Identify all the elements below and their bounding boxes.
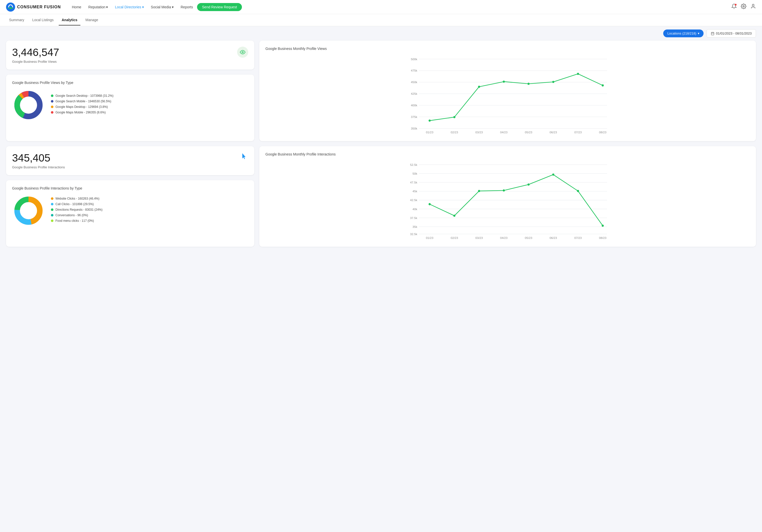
monthly-interactions-chart-title: Google Business Monthly Profile Interact…	[266, 152, 750, 156]
nav-reputation[interactable]: Reputation ▾	[85, 3, 111, 11]
legend-item-search-desktop: Google Search Desktop - 1073968 (31.2%)	[51, 94, 114, 98]
svg-point-79	[453, 215, 456, 217]
svg-point-82	[528, 184, 530, 186]
svg-point-38	[429, 119, 431, 122]
svg-text:32.5k: 32.5k	[410, 232, 418, 236]
views-by-type-title: Google Business Profile Views by Type	[12, 81, 248, 85]
svg-point-45	[602, 84, 604, 87]
nav-links: Home Reputation ▾ Local Directories ▾ So…	[69, 3, 731, 11]
profile-views-stat-card: 3,446,547 Google Business Profile Views	[6, 40, 254, 70]
views-by-type-card: Google Business Profile Views by Type	[6, 75, 254, 141]
svg-point-3	[743, 6, 744, 7]
interactions-by-type-chart: Website Clicks - 160263 (46.4%) Call Cli…	[12, 194, 248, 227]
svg-point-85	[602, 225, 604, 227]
subnav-manage[interactable]: Manage	[82, 15, 101, 26]
profile-views-label: Google Business Profile Views	[12, 60, 59, 63]
svg-text:500k: 500k	[411, 57, 418, 61]
svg-point-15	[21, 97, 37, 113]
subnav-analytics[interactable]: Analytics	[59, 15, 80, 26]
subnav-summary[interactable]: Summary	[6, 15, 27, 26]
nav-reports[interactable]: Reports	[178, 3, 196, 11]
monthly-views-chart-card: Google Business Monthly Profile Views 50…	[259, 40, 756, 141]
svg-point-42	[528, 83, 530, 85]
legend-item-conversations: Conversations - 96 (0%)	[51, 213, 103, 217]
nav-home[interactable]: Home	[69, 3, 84, 11]
calendar-icon	[711, 32, 714, 35]
profile-views-value: 3,446,547	[12, 46, 59, 58]
svg-text:07/23: 07/23	[574, 236, 581, 239]
svg-point-9	[242, 51, 244, 53]
svg-text:50k: 50k	[413, 172, 417, 175]
svg-point-39	[453, 116, 456, 118]
interactions-by-type-card: Google Business Profile Interactions by …	[6, 180, 254, 247]
monthly-interactions-svg: 52.5k 50k 47.5k 45k 42.5k 40k 37.5k 35k …	[266, 159, 750, 240]
main-content: 3,446,547 Google Business Profile Views …	[0, 40, 762, 258]
profile-interactions-value: 345,405	[12, 152, 65, 164]
svg-point-44	[577, 73, 579, 75]
cursor-icon	[241, 153, 248, 162]
svg-text:45k: 45k	[413, 190, 417, 193]
svg-text:08/23: 08/23	[599, 236, 607, 239]
svg-point-83	[552, 174, 555, 176]
svg-text:06/23: 06/23	[550, 236, 557, 239]
svg-point-40	[478, 86, 480, 88]
svg-text:04/23: 04/23	[500, 236, 507, 239]
settings-icon[interactable]	[741, 4, 746, 10]
svg-text:40k: 40k	[413, 207, 417, 211]
logo[interactable]: CONSUMER FUSION	[6, 3, 61, 12]
legend-item-search-mobile: Google Search Mobile - 1946530 (56.5%)	[51, 100, 114, 103]
date-range-filter-button[interactable]: 01/01/2023 - 08/31/2023	[707, 29, 756, 38]
svg-text:35k: 35k	[413, 225, 417, 228]
monthly-interactions-chart-card: Google Business Monthly Profile Interact…	[259, 146, 756, 247]
nav-icon-group	[731, 4, 756, 10]
svg-text:47.5k: 47.5k	[410, 181, 418, 184]
svg-point-4	[752, 4, 754, 6]
svg-text:04/23: 04/23	[500, 130, 507, 134]
user-profile-icon[interactable]	[750, 4, 756, 10]
views-by-type-chart: Google Search Desktop - 1073968 (31.2%) …	[12, 89, 248, 121]
svg-text:475k: 475k	[411, 69, 418, 72]
views-by-type-legend: Google Search Desktop - 1073968 (31.2%) …	[51, 94, 114, 116]
main-navbar: CONSUMER FUSION Home Reputation ▾ Local …	[0, 0, 762, 14]
legend-item-food-menu: Food menu clicks - 117 (0%)	[51, 219, 103, 223]
svg-text:06/23: 06/23	[550, 130, 557, 134]
svg-rect-5	[711, 32, 714, 35]
filter-bar: Locations (218/218) ▾ 01/01/2023 - 08/31…	[0, 26, 762, 40]
legend-item-maps-mobile: Google Maps Mobile - 296355 (8.6%)	[51, 111, 114, 114]
profile-interactions-stat-card: 345,405 Google Business Profile Interact…	[6, 146, 254, 175]
svg-text:05/23: 05/23	[525, 236, 532, 239]
eye-icon	[237, 46, 248, 58]
svg-text:350k: 350k	[411, 127, 418, 130]
svg-point-84	[577, 190, 579, 192]
row-1: 3,446,547 Google Business Profile Views …	[6, 40, 756, 141]
interactions-donut-svg	[12, 194, 45, 227]
interactions-by-type-legend: Website Clicks - 160263 (46.4%) Call Cli…	[51, 197, 103, 225]
row-2: 345,405 Google Business Profile Interact…	[6, 146, 756, 247]
legend-item-call-clicks: Call Clicks - 101898 (29.5%)	[51, 202, 103, 206]
nav-social-media[interactable]: Social Media ▾	[148, 3, 177, 11]
locations-filter-button[interactable]: Locations (218/218) ▾	[663, 30, 704, 37]
svg-text:375k: 375k	[411, 115, 418, 118]
svg-text:02/23: 02/23	[451, 236, 458, 239]
subnav: Summary Local Listings Analytics Manage	[0, 14, 762, 26]
svg-point-80	[478, 190, 480, 192]
notifications-icon[interactable]	[731, 4, 737, 10]
monthly-views-chart-title: Google Business Monthly Profile Views	[266, 46, 750, 51]
subnav-local-listings[interactable]: Local Listings	[29, 15, 57, 26]
svg-point-43	[552, 81, 555, 83]
svg-text:07/23: 07/23	[574, 130, 581, 134]
logo-icon	[6, 3, 15, 12]
svg-point-41	[503, 81, 505, 83]
send-review-request-button[interactable]: Send Review Request	[197, 3, 242, 11]
svg-point-78	[429, 203, 431, 205]
nav-local-directories[interactable]: Local Directories ▾	[112, 3, 147, 11]
svg-text:42.5k: 42.5k	[410, 198, 418, 201]
svg-text:03/23: 03/23	[476, 130, 483, 134]
brand-name: CONSUMER FUSION	[17, 5, 61, 9]
legend-item-maps-desktop: Google Maps Desktop - 129694 (3.8%)	[51, 105, 114, 109]
svg-point-51	[21, 203, 37, 219]
svg-text:05/23: 05/23	[525, 130, 532, 134]
svg-text:08/23: 08/23	[599, 130, 607, 134]
svg-text:37.5k: 37.5k	[410, 216, 418, 219]
interactions-by-type-title: Google Business Profile Interactions by …	[12, 186, 248, 190]
